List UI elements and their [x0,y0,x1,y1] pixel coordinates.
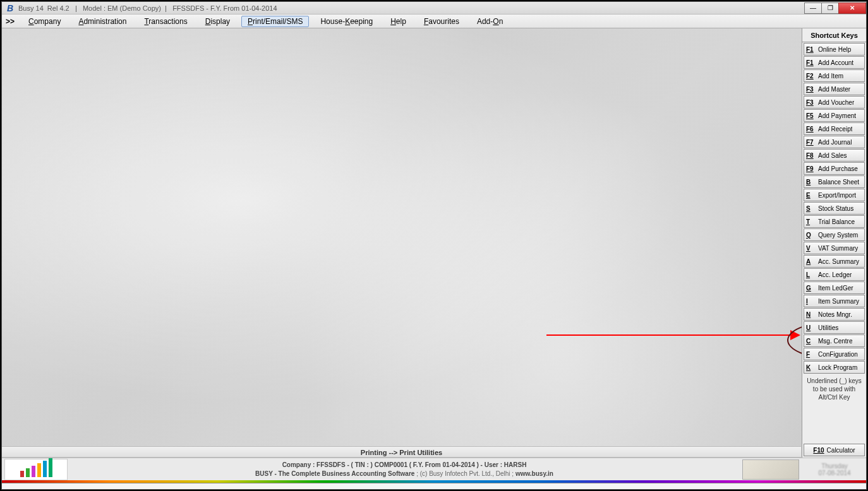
shortcut-querysystem[interactable]: QQuery System [804,228,865,241]
taskbar-strip [2,483,866,489]
menu-transactions[interactable]: Transactions [138,16,193,27]
breadcrumb: Printing --> Print Utilities [2,446,801,458]
shortcut-itemledger[interactable]: GItem LedGer [804,281,865,294]
shortcut-msgcentre[interactable]: CMsg. Centre [804,334,865,347]
menubar: >> CompanyAdministrationTransactionsDisp… [2,15,866,28]
app-icon: B [4,3,16,14]
footer-stamp-image [742,459,799,480]
menu-printemailsms[interactable]: Print/Email/SMS [241,16,309,27]
footer-product-name: BUSY - The Complete Business Accounting … [255,470,414,477]
footer-date: Thursday 07-08-2014 [803,463,866,476]
titlebar: B Busy 14 Rel 4.2 | Model : EM (Demo Cop… [2,2,866,15]
workspace [2,28,802,458]
menu-housekeeping[interactable]: House-Keeping [314,16,379,27]
shortcut-addaccount[interactable]: F1Add Account [804,56,865,69]
menu-administration[interactable]: Administration [72,16,133,27]
shortcut-balancesheet[interactable]: BBalance Sheet [804,175,865,188]
shortcut-utilities[interactable]: UUtilities [804,321,865,334]
shortcut-onlinehelp[interactable]: F1Online Help [804,43,865,56]
shortcut-addpayment[interactable]: F5Add Payment [804,109,865,122]
annotation-arrow [546,334,797,336]
shortcut-addreceipt[interactable]: F6Add Receipt [804,122,865,135]
window-title: Busy 14 Rel 4.2 | Model : EM (Demo Copy)… [18,4,277,12]
menu-arrow: >> [6,17,15,26]
footer-company-line: Company : FFSSDFS - ( TIN : ) COMP0001 (… [282,461,527,468]
shortcut-additem[interactable]: F2Add Item [804,69,865,82]
shortcut-stockstatus[interactable]: SStock Status [804,202,865,215]
shortcut-trialbalance[interactable]: TTrial Balance [804,215,865,228]
footer: Company : FFSSDFS - ( TIN : ) COMP0001 (… [2,458,866,480]
shortcut-lockprogram[interactable]: KLock Program [804,361,865,374]
shortcut-vatsummary[interactable]: VVAT Summary [804,242,865,254]
shortcut-addvoucher[interactable]: F3Add Voucher [804,96,865,109]
footer-chart-icon[interactable] [4,459,68,480]
menu-display[interactable]: Display [199,16,236,27]
menu-addon[interactable]: Add-On [471,16,509,27]
shortcut-note: Underlined (_) keys to be used with Alt/… [802,377,866,401]
menu-favourites[interactable]: Favourites [418,16,466,27]
annotation-arrow-head [790,330,800,340]
maximize-button[interactable]: ❐ [821,3,839,14]
menu-help[interactable]: Help [384,16,413,27]
shortcut-exportimport[interactable]: EExport/Import [804,189,865,201]
shortcut-addmaster[interactable]: F3Add Master [804,83,865,95]
shortcut-calculator[interactable]: F10 Calculator [804,444,865,456]
shortcut-addsales[interactable]: F8Add Sales [804,149,865,162]
footer-website[interactable]: www.busy.in [515,470,553,477]
shortcut-header: Shortcut Keys [802,28,866,42]
menu-company[interactable]: Company [22,16,67,27]
shortcut-panel: Shortcut Keys F1Online HelpF1Add Account… [802,28,866,458]
shortcut-accsummary[interactable]: AAcc. Summary [804,255,865,268]
close-button[interactable]: ✕ [838,3,866,14]
shortcut-accledger[interactable]: LAcc. Ledger [804,268,865,281]
shortcut-notesmngr[interactable]: NNotes Mngr. [804,308,865,321]
shortcut-addjournal[interactable]: F7Add Journal [804,136,865,148]
shortcut-addpurchase[interactable]: F9Add Purchase [804,162,865,175]
shortcut-itemsummary[interactable]: IItem Summary [804,295,865,307]
minimize-button[interactable]: — [804,3,822,14]
shortcut-configuration[interactable]: FConFiguration [804,348,865,360]
wallpaper-image [2,28,802,458]
